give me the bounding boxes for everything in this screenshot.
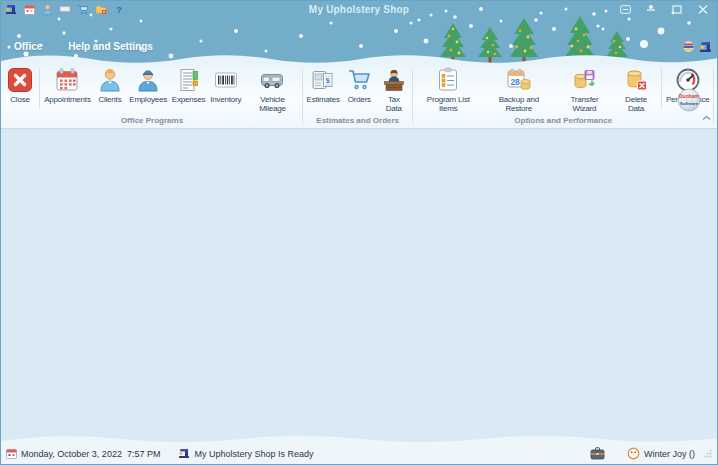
close-red-icon — [7, 67, 33, 93]
ribbon-group-office-programs: Close Appointments Clients Employees — [3, 65, 301, 128]
delete-data-button[interactable]: Delete Data — [614, 65, 659, 114]
group-label-estimates-and-orders: Estimates and Orders — [304, 114, 411, 128]
program-list-items-button[interactable]: Program List Items — [414, 65, 482, 114]
status-theme: Winter Joy () — [644, 449, 695, 459]
separator — [39, 68, 40, 108]
svg-text:Dunham: Dunham — [679, 93, 700, 99]
group-separator — [713, 69, 714, 124]
employee-person-icon — [135, 67, 161, 93]
tab-office[interactable]: Office — [11, 40, 45, 53]
ornament-icon — [682, 39, 695, 57]
snow-wave-top — [1, 53, 717, 63]
window-controls — [619, 4, 709, 14]
program-list-icon — [435, 67, 461, 93]
vehicle-mileage-button[interactable]: Vehicle Mileage — [244, 65, 301, 114]
estimates-register-icon: $ — [310, 67, 336, 93]
close-icon[interactable] — [697, 4, 709, 14]
banner-tray — [682, 39, 712, 57]
group-label-options-and-performance: Options and Performance — [414, 114, 712, 128]
employees-button[interactable]: Employees — [127, 65, 169, 104]
snow-wave-bottom — [1, 434, 718, 444]
group-label-office-programs: Office Programs — [3, 114, 301, 128]
orders-cart-icon — [346, 67, 372, 93]
backup-restore-icon: 28 — [506, 67, 532, 93]
vehicle-van-icon — [259, 67, 285, 93]
app-icon — [699, 39, 712, 57]
delete-data-icon — [623, 67, 649, 93]
app-window: ? My Upholstery Shop Office — [0, 0, 718, 465]
group-separator — [412, 69, 413, 124]
clients-button[interactable]: Clients — [93, 65, 127, 104]
status-bar: Monday, October 3, 2022 7:57 PM My Uphol… — [1, 444, 717, 464]
inventory-button[interactable]: Inventory — [208, 65, 244, 104]
status-datetime: Monday, October 3, 2022 7:57 PM — [21, 449, 160, 459]
inventory-barcode-icon — [213, 67, 239, 93]
svg-text:28: 28 — [510, 77, 520, 87]
ribbon-tabs: Office Help and Settings — [11, 40, 156, 53]
collapse-ribbon-chevron-icon[interactable] — [702, 107, 711, 125]
client-person-icon — [97, 67, 123, 93]
titlebar: ? My Upholstery Shop — [1, 1, 717, 17]
ribbon-display-options-icon[interactable] — [619, 4, 631, 14]
snowman-icon — [627, 447, 640, 462]
expenses-list-icon — [176, 67, 202, 93]
ribbon-group-estimates-and-orders: $ Estimates Orders Tax Data Estimates an… — [304, 65, 411, 128]
orders-button[interactable]: Orders — [342, 65, 376, 104]
close-button[interactable]: Close — [3, 65, 37, 104]
app-icon — [178, 447, 190, 461]
backup-and-restore-button[interactable]: 28 Backup and Restore — [482, 65, 555, 114]
banner: ? My Upholstery Shop Office — [1, 1, 717, 63]
appointments-calendar-icon — [54, 67, 80, 93]
transfer-wizard-button[interactable]: Transfer Wizard — [555, 65, 613, 114]
window-title: My Upholstery Shop — [1, 4, 717, 15]
ribbon-group-options-and-performance: Program List Items 28 Backup and Restore… — [414, 65, 712, 128]
resize-grip[interactable] — [703, 449, 712, 460]
ribbon: Close Appointments Clients Employees — [1, 63, 717, 129]
tax-data-button[interactable]: Tax Data — [376, 65, 411, 114]
minimize-icon[interactable] — [645, 4, 657, 14]
expenses-button[interactable]: Expenses — [169, 65, 207, 104]
estimates-button[interactable]: $ Estimates — [304, 65, 342, 104]
separator — [661, 68, 662, 108]
appointments-button[interactable]: Appointments — [42, 65, 93, 104]
dunham-software-logo: Dunham Software — [677, 88, 701, 116]
calendar-icon — [6, 448, 17, 461]
briefcase-icon[interactable] — [590, 447, 605, 462]
svg-text:$: $ — [326, 76, 331, 85]
transfer-wizard-icon — [571, 67, 597, 93]
tax-desk-icon — [381, 67, 407, 93]
group-separator — [302, 69, 303, 124]
maximize-icon[interactable] — [671, 4, 683, 14]
tab-help-and-settings[interactable]: Help and Settings — [65, 40, 155, 53]
svg-text:Software: Software — [680, 101, 699, 106]
status-message: My Upholstery Shop Is Ready — [194, 449, 313, 459]
main-content-area — [1, 129, 717, 444]
